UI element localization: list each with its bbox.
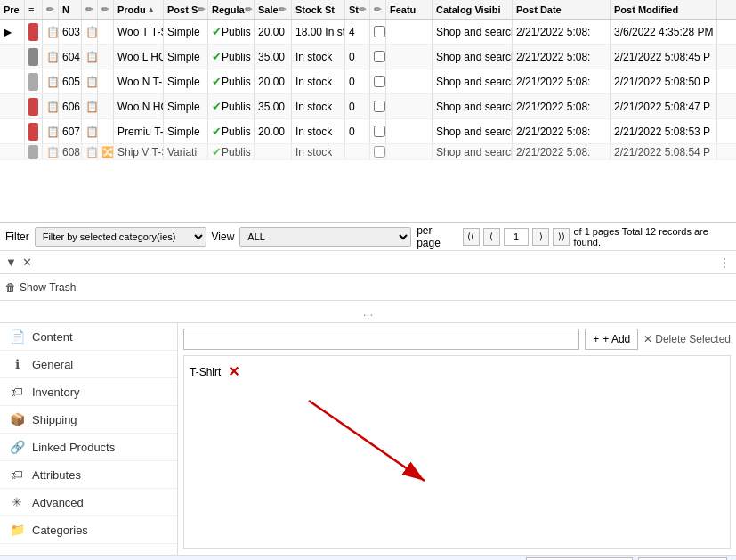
row-featured: [386, 45, 433, 69]
row-status: ✔ Publis: [208, 20, 255, 44]
page-prev-btn[interactable]: ⟨: [483, 228, 500, 246]
col-sort[interactable]: ≡: [25, 0, 43, 19]
table-row[interactable]: 📋 604 📋 Woo L HOO Simple ✔ Publis 35.00 …: [0, 45, 736, 69]
row-expand[interactable]: [0, 94, 25, 118]
table-row[interactable]: 📋 607 📋 Premiu T-SHI Simple ✔ Publis 20.…: [0, 119, 736, 144]
delete-selected-button[interactable]: ✕ Delete Selected: [643, 333, 731, 345]
view-per-page-select[interactable]: ALL 10 20 50: [239, 227, 411, 247]
row-stock-qty: 0: [345, 45, 370, 69]
row-edit[interactable]: 📋: [43, 20, 59, 44]
row-thumb: [25, 69, 43, 93]
col-sale: Sale✏: [255, 0, 292, 19]
product-table: Pre ≡ ✏ N ✏ ✏ Produ▲ Post S✏ Regula✏ Sal…: [0, 0, 736, 223]
row-status: ✔ Publis: [208, 45, 255, 69]
row-checkbox[interactable]: [370, 119, 386, 143]
row-catalog: Shop and search re: [433, 45, 513, 69]
row-doc[interactable]: 📋: [82, 144, 98, 159]
sidebar-item-general[interactable]: ℹ General: [0, 351, 177, 378]
row-edit[interactable]: 📋: [43, 94, 59, 118]
col-edit3[interactable]: ✏: [98, 0, 114, 19]
row-edit[interactable]: 📋: [43, 119, 59, 143]
row-id: 607: [59, 119, 82, 143]
row-expand[interactable]: ▶: [0, 20, 25, 44]
col-edit4[interactable]: ✏: [370, 0, 386, 19]
row-type: Variati: [164, 144, 208, 159]
row-expand[interactable]: [0, 69, 25, 93]
table-row[interactable]: ▶ 📋 603 📋 Woo T T-SHI Simple ✔ Publis 20…: [0, 20, 736, 45]
row-type-icon: 🔀: [98, 144, 114, 159]
row-catalog: Shop and search re: [433, 144, 513, 159]
col-edit2[interactable]: ✏: [82, 0, 98, 19]
delete-x-icon: ✕: [643, 333, 652, 345]
row-expand[interactable]: [0, 45, 25, 69]
right-panel-header: + + Add ✕ Delete Selected: [183, 329, 731, 350]
apply-button[interactable]: ✔ Apply: [526, 557, 633, 561]
row-post-date: 2/21/2022 5:08:: [513, 119, 611, 143]
sidebar-item-label-general: General: [32, 358, 73, 371]
sidebar-item-attributes[interactable]: 🏷 Attributes: [0, 461, 177, 489]
table-row[interactable]: 📋 608 📋 🔀 Ship V T-SHI Variati ✔ Publis …: [0, 144, 736, 160]
row-status: ✔ Publis: [208, 144, 255, 159]
row-type: Simple: [164, 20, 208, 44]
row-id: 608: [59, 144, 82, 159]
page-last-btn[interactable]: ⟩⟩: [553, 228, 570, 246]
row-post-date: 2/21/2022 5:08:: [513, 94, 611, 118]
row-checkbox[interactable]: [370, 20, 386, 44]
row-check: [98, 119, 114, 143]
cancel-button[interactable]: ⊗ Cancel: [638, 557, 727, 561]
row-stock-qty: 0: [345, 94, 370, 118]
page-input[interactable]: [504, 228, 529, 246]
row-expand[interactable]: [0, 144, 25, 159]
row-check: [98, 94, 114, 118]
page-next-btn[interactable]: ⟩: [532, 228, 549, 246]
col-regular: Regula✏: [208, 0, 255, 19]
row-edit[interactable]: 📋: [43, 45, 59, 69]
show-trash-button[interactable]: 🗑 Show Trash: [5, 281, 76, 294]
row-checkbox[interactable]: [370, 94, 386, 118]
row-regular-price: 20.00: [255, 119, 292, 143]
row-checkbox[interactable]: [370, 69, 386, 93]
row-expand[interactable]: [0, 119, 25, 143]
remove-category-button[interactable]: ✕: [228, 363, 239, 380]
row-doc[interactable]: 📋: [82, 119, 98, 143]
filter-category-select[interactable]: Filter by selected category(ies): [35, 227, 206, 247]
row-checkbox[interactable]: [370, 144, 386, 159]
page-first-btn[interactable]: ⟨⟨: [463, 228, 480, 246]
table-row[interactable]: 📋 605 📋 Woo N T-SHI Simple ✔ Publis 20.0…: [0, 69, 736, 94]
row-thumb: [25, 20, 43, 44]
action-buttons: ✔ Apply ⊗ Cancel: [526, 557, 727, 561]
main-content: 📄 Content ℹ General 🏷 Inventory 📦 Shippi…: [0, 323, 736, 555]
row-check: [98, 69, 114, 93]
row-edit[interactable]: 📋: [43, 69, 59, 93]
row-doc[interactable]: 📋: [82, 69, 98, 93]
sidebar-item-linked-products[interactable]: 🔗 Linked Products: [0, 434, 177, 461]
row-doc[interactable]: 📋: [82, 45, 98, 69]
category-search-input[interactable]: [183, 329, 579, 350]
row-doc[interactable]: 📋: [82, 20, 98, 44]
filter-clear-icon[interactable]: ✕: [22, 256, 32, 269]
status-bar: [Apply] - save changes (Ctrl+S), [Cancel…: [0, 555, 736, 560]
pagination-controls: ⟨⟨ ⟨ ⟩ ⟩⟩ of 1 pages Total 12 records ar…: [463, 226, 731, 248]
row-post-modified: 2/21/2022 5:08:45 P: [611, 45, 717, 69]
row-thumb: [25, 119, 43, 143]
row-featured: [386, 119, 433, 143]
sidebar-item-inventory[interactable]: 🏷 Inventory: [0, 378, 177, 406]
row-id: 603: [59, 20, 82, 44]
col-post-date: Post Date: [513, 0, 611, 19]
row-edit[interactable]: 📋: [43, 144, 59, 159]
sidebar-item-categories[interactable]: 📁 Categories: [0, 516, 177, 544]
table-row[interactable]: 📋 606 📋 Woo N HOO Simple ✔ Publis 35.00 …: [0, 94, 736, 119]
sidebar-item-content[interactable]: 📄 Content: [0, 323, 177, 351]
row-doc[interactable]: 📋: [82, 94, 98, 118]
sidebar-item-label-inventory: Inventory: [32, 386, 79, 399]
row-checkbox[interactable]: [370, 45, 386, 69]
add-category-button[interactable]: + + Add: [585, 329, 638, 350]
sidebar-item-advanced[interactable]: ✳ Advanced: [0, 489, 177, 516]
row-post-modified: 2/21/2022 5:08:54 P: [611, 144, 717, 159]
red-arrow-indicator: [291, 383, 469, 507]
more-options-icon[interactable]: ⋮: [718, 256, 731, 270]
col-edit1[interactable]: ✏: [43, 0, 59, 19]
filter-funnel-icon[interactable]: ▼: [5, 256, 17, 269]
sidebar-item-shipping[interactable]: 📦 Shipping: [0, 406, 177, 434]
row-post-date: 2/21/2022 5:08:: [513, 69, 611, 93]
